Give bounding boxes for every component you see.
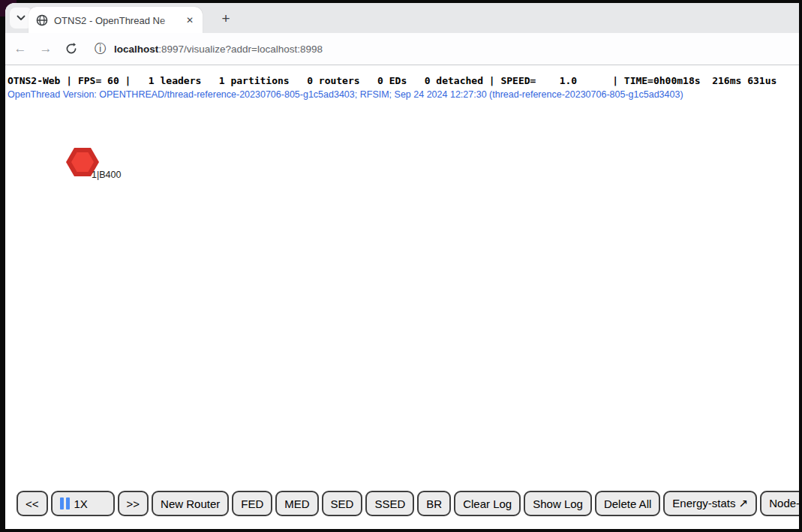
url-host: localhost [114,44,158,55]
clear-log-button[interactable]: Clear Log [454,491,521,516]
forward-button[interactable]: → [35,38,56,59]
desktop-frame: OTNS2 - OpenThread Ne ✕ + ← → ⓘ localhos… [0,0,802,532]
tab-strip: OTNS2 - OpenThread Ne ✕ + [5,3,799,33]
browser-window: OTNS2 - OpenThread Ne ✕ + ← → ⓘ localhos… [5,3,799,529]
reload-button[interactable] [61,38,82,59]
speed-down-button[interactable]: << [17,491,48,516]
simulation-status-line: OTNS2-Web | FPS= 60 | 1 leaders 1 partit… [8,75,776,86]
delete-all-button[interactable]: Delete All [595,491,660,516]
tab-close-button[interactable]: ✕ [183,14,197,27]
energy-stats-button[interactable]: Energy-stats ↗ [663,491,757,516]
sed-button[interactable]: SED [322,491,363,516]
url-path: :8997/visualize?addr=localhost:8998 [158,44,323,55]
address-bar[interactable]: localhost:8997/visualize?addr=localhost:… [114,44,323,55]
browser-tab[interactable]: OTNS2 - OpenThread Ne ✕ [29,7,203,33]
browser-toolbar: ← → ⓘ localhost:8997/visualize?addr=loca… [5,33,799,65]
ssed-button[interactable]: SSED [365,491,414,516]
fed-button[interactable]: FED [232,491,272,516]
tab-title-fade [159,14,180,27]
show-log-button[interactable]: Show Log [524,491,592,516]
pause-speed-button[interactable]: 1X [51,491,115,516]
otns-canvas: OTNS2-Web | FPS= 60 | 1 leaders 1 partit… [5,65,799,528]
tab-title: OTNS2 - OpenThread Ne [54,15,165,26]
node-stats-button[interactable]: Node-stats ↗ [760,491,799,516]
openthread-version-line: OpenThread Version: OPENTHREAD/thread-re… [8,89,683,100]
node-label: 1|B400 [92,170,121,180]
action-bar: << 1X >> New Router FED MED SED SSED BR … [17,491,799,516]
chevron-down-icon [17,15,26,21]
reload-icon [65,43,77,55]
new-router-button[interactable]: New Router [152,491,229,516]
back-button[interactable]: ← [10,38,31,59]
br-button[interactable]: BR [417,491,451,516]
site-info-icon[interactable]: ⓘ [92,41,109,57]
tab-title-wrap: OTNS2 - OpenThread Ne [54,14,180,27]
speed-up-button[interactable]: >> [118,491,149,516]
pause-icon [60,497,70,509]
globe-icon [36,14,48,26]
med-button[interactable]: MED [275,491,318,516]
speed-label: 1X [74,497,88,510]
new-tab-button[interactable]: + [217,10,235,28]
